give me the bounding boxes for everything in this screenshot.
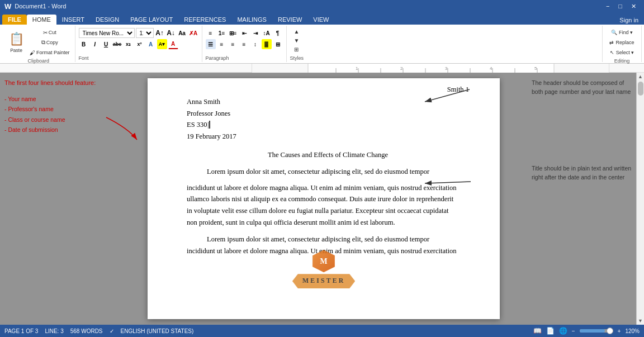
paste-icon: 📋: [9, 32, 24, 46]
editing-group: 🔍 Find ▾ ⇄ Replace ↖ Select ▾ Editing: [603, 26, 642, 62]
multilevel-btn[interactable]: ⊞≡: [228, 28, 238, 38]
tab-insert[interactable]: INSERT: [56, 15, 90, 25]
view-web-btn[interactable]: 🌐: [559, 327, 567, 335]
left-annotation-text: The first four lines should feature: - Y…: [4, 78, 116, 134]
format-painter-button[interactable]: 🖌 Format Painter: [28, 48, 72, 57]
annotation-your-name: - Your name: [4, 94, 116, 103]
zoom-slider[interactable]: [580, 329, 613, 333]
line-spacing-btn[interactable]: ↕: [250, 39, 261, 49]
font-size-select[interactable]: 12: [136, 28, 154, 38]
align-center-btn[interactable]: ≡: [217, 39, 227, 49]
bold-btn[interactable]: B: [79, 39, 89, 49]
document-container: Smith 1 Anna Smith Professor Jones ES 33…: [120, 73, 527, 325]
borders-btn[interactable]: ⊞: [273, 39, 283, 49]
document-page[interactable]: Smith 1 Anna Smith Professor Jones ES 33…: [148, 78, 500, 319]
bullets-btn[interactable]: ≡: [206, 28, 216, 38]
title-bar: W Document1 - Word − □ ✕: [0, 0, 644, 12]
styles-scroll-down[interactable]: ▼: [292, 36, 301, 45]
doc-body-p1-cont2: incididunt ut labore et dolore magna ali…: [187, 182, 469, 194]
right-header-annotation: The header should be composed of both pa…: [532, 78, 632, 97]
scrollbar[interactable]: ▲ ▼: [636, 73, 644, 325]
document-title: Document1 - Word: [15, 3, 66, 10]
select-button[interactable]: ↖ Select ▾: [608, 48, 636, 57]
styles-label: Styles: [290, 55, 304, 61]
view-print-btn[interactable]: 📄: [546, 327, 555, 335]
doc-body-p1: Lorem ipsum dolor sit amet, consectetur …: [187, 166, 469, 178]
styles-scroll-up[interactable]: ▲: [292, 27, 301, 36]
doc-body-p5: Lorem ipsum dolor sit amet, consectetur …: [187, 234, 469, 245]
sort-btn[interactable]: ↕A: [262, 28, 272, 38]
increase-indent-btn[interactable]: ⇥: [250, 28, 261, 38]
close-btn[interactable]: ✕: [628, 3, 640, 10]
clear-format-btn[interactable]: ✗A: [188, 28, 198, 38]
styles-expand[interactable]: ⊞: [292, 45, 301, 54]
zoom-out-btn[interactable]: −: [572, 328, 575, 334]
sign-in-btn[interactable]: Sign in: [614, 16, 644, 25]
ribbon: 📋 Paste ✂ Cut ⧉ Copy 🖌 Format Painter Cl…: [0, 25, 644, 64]
tab-design[interactable]: DESIGN: [90, 15, 125, 25]
paragraph-label: Paragraph: [206, 55, 229, 61]
tab-mailings[interactable]: MAILINGS: [231, 15, 272, 25]
doc-body-p3: in voluptate velit esse cillum dolore eu…: [187, 205, 469, 217]
paste-button[interactable]: 📋 Paste: [6, 28, 27, 57]
svg-text:4: 4: [490, 66, 493, 71]
font-grow-btn[interactable]: A↑: [155, 28, 165, 38]
doc-professor: Professor Jones: [187, 108, 469, 120]
scroll-down-btn[interactable]: ▼: [637, 317, 644, 325]
underline-btn[interactable]: U: [101, 39, 111, 49]
right-annotation-panel: The header should be composed of both pa…: [527, 73, 636, 325]
align-left-btn[interactable]: ☰: [206, 39, 216, 49]
align-right-btn[interactable]: ≡: [228, 39, 238, 49]
tab-file[interactable]: FILE: [2, 15, 27, 25]
main-area: The first four lines should feature: - Y…: [0, 73, 644, 325]
doc-body-p4: non proident, sunt in culpa qui officia …: [187, 217, 469, 229]
shading-btn[interactable]: ▓: [262, 39, 272, 49]
doc-title: The Causes and Effects of Climate Change: [187, 149, 469, 161]
meister-text: MEISTER: [292, 274, 355, 288]
zoom-in-btn[interactable]: +: [618, 328, 621, 334]
svg-text:2: 2: [400, 66, 403, 71]
strikethrough-btn[interactable]: abc: [112, 39, 122, 49]
tab-review[interactable]: REVIEW: [272, 15, 307, 25]
font-group: Times New Ro... 12 A↑ A↓ Aa ✗A B I U abc…: [75, 26, 202, 62]
italic-btn[interactable]: I: [90, 39, 100, 49]
scroll-up-btn[interactable]: ▲: [637, 73, 644, 80]
zoom-level: 120%: [625, 328, 640, 334]
find-button[interactable]: 🔍 Find ▾: [608, 28, 636, 37]
line-count: LINE: 3: [45, 328, 63, 334]
font-label: Font: [79, 55, 89, 61]
paragraph-group: ≡ 1≡ ⊞≡ ⇤ ⇥ ↕A ¶ ☰ ≡ ≡ ≡ ↕ ▓ ⊞ Paragraph: [202, 26, 287, 62]
scroll-thumb[interactable]: [638, 82, 643, 96]
font-shrink-btn[interactable]: A↓: [166, 28, 176, 38]
annotation-professor-name: - Professor's name: [4, 105, 116, 113]
word-icon: W: [4, 2, 11, 11]
change-case-btn[interactable]: Aa: [177, 28, 187, 38]
copy-button[interactable]: ⧉ Copy: [28, 38, 72, 47]
superscript-btn[interactable]: x²: [135, 39, 145, 49]
clipboard-group: 📋 Paste ✂ Cut ⧉ Copy 🖌 Format Painter Cl…: [2, 26, 75, 62]
view-read-btn[interactable]: 📖: [533, 327, 542, 335]
subscript-btn[interactable]: x₂: [124, 39, 134, 49]
doc-body-p2: ullamco laboris nisi ut aliquip ex ea co…: [187, 193, 469, 205]
text-highlight-btn[interactable]: A▾: [157, 39, 167, 49]
doc-date: 19 February 2017: [187, 131, 469, 143]
language-status: ENGLISH (UNITED STATES): [121, 328, 194, 334]
status-icon: ✓: [110, 328, 114, 334]
tab-view[interactable]: VIEW: [307, 15, 334, 25]
maximize-btn[interactable]: □: [615, 3, 626, 10]
font-color-btn[interactable]: A: [168, 39, 178, 49]
clipboard-label: Clipboard: [28, 58, 50, 64]
cut-button[interactable]: ✂ Cut: [28, 28, 72, 37]
text-effects-btn[interactable]: A: [146, 39, 156, 49]
tab-page-layout[interactable]: PAGE LAYOUT: [125, 15, 178, 25]
numbering-btn[interactable]: 1≡: [217, 28, 227, 38]
justify-btn[interactable]: ≡: [239, 39, 249, 49]
font-name-select[interactable]: Times New Ro...: [79, 28, 135, 38]
replace-button[interactable]: ⇄ Replace: [608, 38, 636, 47]
minimize-btn[interactable]: −: [603, 3, 613, 10]
tab-home[interactable]: HOME: [27, 15, 56, 25]
decrease-indent-btn[interactable]: ⇤: [239, 28, 249, 38]
show-hide-btn[interactable]: ¶: [273, 28, 283, 38]
zoom-thumb[interactable]: [607, 327, 613, 334]
tab-references[interactable]: REFERENCES: [178, 15, 231, 25]
